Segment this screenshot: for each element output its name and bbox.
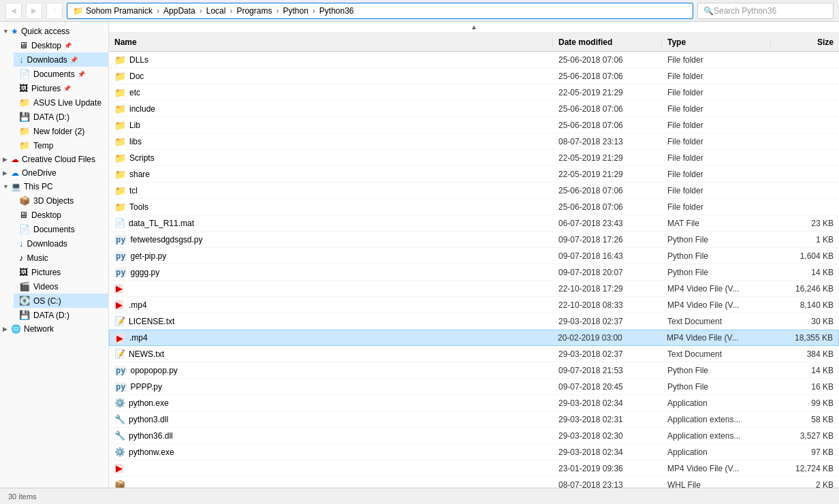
table-row[interactable]: py gggg.py 09-07-2018 20:07 Python File … [109, 264, 839, 281]
sidebar-item-os-c[interactable]: 💽 OS (C:) [14, 294, 108, 308]
table-row[interactable]: ▶ .mp4 22-10-2018 08:33 MP4 Video File (… [109, 297, 839, 313]
file-type-icon: 📁 [114, 104, 126, 114]
sidebar-item-data-d2[interactable]: 💾 DATA (D:) [14, 308, 108, 322]
sidebar-item-videos[interactable]: 🎬 Videos [14, 279, 108, 294]
table-row[interactable]: ▶ 22-10-2018 17:29 MP4 Video File (V... … [109, 281, 839, 297]
sidebar-section-this-pc[interactable]: ▼ 💻 This PC [0, 180, 108, 193]
table-row[interactable]: 📁 Lib 25-06-2018 07:06 File folder [109, 117, 839, 133]
sidebar-item-temp[interactable]: 📁 Temp [14, 138, 108, 153]
table-row[interactable]: ▶ 23-01-2019 09:36 MP4 Video File (V... … [109, 460, 839, 477]
table-row[interactable]: ▶ .mp4 20-02-2019 03:00 MP4 Video File (… [109, 330, 839, 346]
table-row[interactable]: ⚙️ python.exe 29-03-2018 02:34 Applicati… [109, 395, 839, 411]
table-row[interactable]: 📁 Tools 25-06-2018 07:06 File folder [109, 199, 839, 215]
file-type-icon: ⚙️ [114, 398, 125, 408]
search-placeholder: Search Python36 [714, 6, 776, 16]
sidebar-item-desktop[interactable]: 🖥 Desktop 📌 [14, 38, 108, 52]
file-name-text: pythonw.exe [129, 447, 174, 457]
back-button[interactable]: ◀ [5, 3, 22, 19]
table-row[interactable]: 📁 include 25-06-2018 07:06 File folder [109, 101, 839, 117]
table-row[interactable]: 📁 share 22-05-2019 21:29 File folder [109, 166, 839, 183]
file-name-cell: py gggg.py [109, 267, 553, 277]
creative-cloud-label: Creative Cloud Files [22, 155, 95, 164]
file-date-cell: 20-02-2019 03:00 [552, 333, 661, 343]
downloads-icon: ↓ [19, 238, 24, 249]
table-row[interactable]: ⚙️ pythonw.exe 29-03-2018 02:34 Applicat… [109, 444, 839, 460]
sidebar-item-desktop2[interactable]: 🖥 Desktop [14, 208, 108, 222]
file-type-cell: Application extens... [662, 431, 771, 441]
breadcrumb-part[interactable]: Python36 [319, 6, 354, 16]
file-size-cell: 30 KB [771, 317, 839, 326]
sidebar-item-downloads[interactable]: ↓ Downloads 📌 [14, 52, 108, 67]
file-type-icon: py [114, 234, 127, 245]
file-size-cell: 58 KB [771, 415, 839, 424]
file-type-icon: ▶ [114, 300, 125, 310]
col-date-header[interactable]: Date modified [553, 37, 662, 47]
file-name-cell: ▶ .mp4 [109, 300, 553, 310]
file-type-cell: MP4 Video File (V... [661, 333, 770, 343]
file-type-cell: MP4 Video File (V... [662, 464, 771, 473]
drive-icon: 💾 [19, 112, 30, 122]
search-bar[interactable]: 🔍 Search Python36 [697, 3, 834, 19]
file-type-icon: 📁 [114, 169, 126, 180]
sort-arrow-up[interactable]: ▲ [471, 23, 477, 31]
file-name-text: libs [129, 137, 142, 146]
sidebar-section-creative-cloud[interactable]: ▶ ☁ Creative Cloud Files [0, 153, 108, 166]
file-name-text: fetwetesdgdsgsd.py [130, 235, 202, 245]
table-row[interactable]: 📁 Scripts 22-05-2019 21:29 File folder [109, 150, 839, 166]
file-size-cell: 97 KB [771, 447, 839, 457]
sidebar-item-new-folder[interactable]: 📁 New folder (2) [14, 124, 108, 138]
sidebar-item-documents[interactable]: 📄 Documents 📌 [14, 67, 108, 81]
table-row[interactable]: 📁 DLLs 25-06-2018 07:06 File folder [109, 52, 839, 68]
file-type-cell: Python File [662, 251, 771, 261]
breadcrumb-part[interactable]: Local [206, 6, 226, 16]
table-row[interactable]: 📝 LICENSE.txt 29-03-2018 02:37 Text Docu… [109, 313, 839, 330]
sidebar-item-asus[interactable]: 📁 ASUS Live Update [14, 95, 108, 110]
col-name-header[interactable]: Name [109, 37, 553, 47]
breadcrumb-part[interactable]: AppData [163, 6, 195, 16]
table-row[interactable]: 📦 08-07-2018 23:13 WHL File 2 KB [109, 477, 839, 488]
address-bar[interactable]: 📁 Sohom Pramanick › AppData › Local › Pr… [67, 3, 693, 19]
col-type-header[interactable]: Type [662, 37, 771, 47]
sidebar-item-label: Desktop [31, 210, 61, 220]
table-row[interactable]: 📁 tcl 25-06-2018 07:06 File folder [109, 183, 839, 199]
sidebar-item-pictures2[interactable]: 🖼 Pictures [14, 265, 108, 279]
sidebar-item-3d-objects[interactable]: 📦 3D Objects [14, 193, 108, 208]
sidebar-section-network[interactable]: ▶ 🌐 Network [0, 322, 108, 336]
table-row[interactable]: 🔧 python36.dll 29-03-2018 02:30 Applicat… [109, 428, 839, 444]
table-row[interactable]: 📁 Doc 25-06-2018 07:06 File folder [109, 68, 839, 84]
table-row[interactable]: 📁 libs 08-07-2018 23:13 File folder [109, 133, 839, 150]
sidebar-item-downloads2[interactable]: ↓ Downloads [14, 236, 108, 251]
table-row[interactable]: py fetwetesdgdsgsd.py 09-07-2018 17:26 P… [109, 232, 839, 248]
expand-arrow-icon: ▼ [3, 183, 10, 190]
sidebar-item-data-d[interactable]: 💾 DATA (D:) [14, 110, 108, 124]
file-size-cell: 12,724 KB [771, 464, 839, 473]
desktop-icon: 🖥 [19, 40, 28, 50]
sidebar-section-onedrive[interactable]: ▶ ☁ OneDrive [0, 166, 108, 180]
sidebar-item-documents2[interactable]: 📄 Documents [14, 222, 108, 236]
up-button[interactable]: ↑ [46, 3, 63, 19]
breadcrumb-part[interactable]: Python [283, 6, 308, 16]
file-name-cell: py fetwetesdgdsgsd.py [109, 234, 553, 245]
folder-icon: 📁 [19, 126, 30, 136]
file-type-icon: 📁 [114, 202, 126, 212]
breadcrumb-part[interactable]: Programs [236, 6, 272, 16]
table-row[interactable]: py PPPP.py 09-07-2018 20:45 Python File … [109, 379, 839, 395]
sidebar-item-music[interactable]: ♪ Music [14, 251, 108, 265]
file-date-cell: 08-07-2018 23:13 [553, 480, 662, 488]
table-row[interactable]: py opopopop.py 09-07-2018 21:53 Python F… [109, 362, 839, 379]
col-size-header[interactable]: Size [771, 37, 839, 47]
forward-button[interactable]: ▶ [26, 3, 42, 19]
breadcrumb-part[interactable]: Sohom Pramanick [86, 6, 153, 16]
file-size-cell: 1,604 KB [771, 251, 839, 261]
file-type-icon: 📁 [114, 153, 126, 163]
sidebar-item-pictures[interactable]: 🖼 Pictures 📌 [14, 81, 108, 95]
sidebar-section-quick-access[interactable]: ▼ ★ Quick access [0, 25, 108, 38]
table-row[interactable]: 📄 data_TL_R11.mat 06-07-2018 23:43 MAT F… [109, 215, 839, 232]
file-name-cell: py opopopop.py [109, 365, 553, 375]
table-row[interactable]: 🔧 python3.dll 29-03-2018 02:31 Applicati… [109, 411, 839, 428]
this-pc-children: 📦 3D Objects 🖥 Desktop 📄 Documents ↓ Dow… [0, 193, 108, 322]
table-row[interactable]: 📁 etc 22-05-2019 21:29 File folder [109, 84, 839, 101]
folder-icon: 📁 [19, 97, 30, 108]
table-row[interactable]: 📝 NEWS.txt 29-03-2018 02:37 Text Documen… [109, 346, 839, 362]
table-row[interactable]: py get-pip.py 09-07-2018 16:43 Python Fi… [109, 248, 839, 264]
